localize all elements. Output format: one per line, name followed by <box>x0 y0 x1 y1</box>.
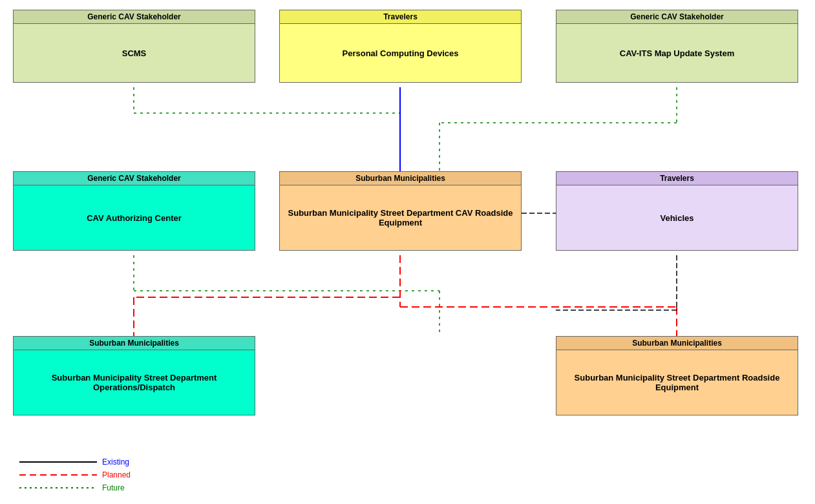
suburban-roadside-node: Suburban Municipalities Suburban Municip… <box>556 336 798 415</box>
vehicles-header: Travelers <box>556 172 798 185</box>
suburban-cav-roadside-node: Suburban Municipalities Suburban Municip… <box>279 171 522 251</box>
personal-computing-node: Travelers Personal Computing Devices <box>279 10 522 83</box>
cav-its-body: CAV-ITS Map Update System <box>556 24 798 82</box>
planned-label: Planned <box>102 470 131 479</box>
vehicles-body: Vehicles <box>556 185 798 250</box>
personal-computing-body: Personal Computing Devices <box>280 24 521 82</box>
future-line-icon <box>19 487 97 488</box>
cav-auth-body: CAV Authorizing Center <box>14 185 255 250</box>
personal-computing-header: Travelers <box>280 10 521 24</box>
suburban-roadside-body: Suburban Municipality Street Department … <box>556 350 798 415</box>
diagram-container: Generic CAV Stakeholder SCMS Travelers P… <box>0 0 815 504</box>
legend-future: Future <box>19 483 131 492</box>
suburban-ops-header: Suburban Municipalities <box>14 337 255 350</box>
existing-line-icon <box>19 461 97 463</box>
legend: Existing Planned Future <box>19 457 131 492</box>
legend-existing: Existing <box>19 457 131 467</box>
future-label: Future <box>102 483 125 492</box>
cav-its-header: Generic CAV Stakeholder <box>556 10 798 24</box>
vehicles-node: Travelers Vehicles <box>556 171 798 251</box>
scms-node: Generic CAV Stakeholder SCMS <box>13 10 255 83</box>
suburban-cav-roadside-header: Suburban Municipalities <box>280 172 521 185</box>
suburban-cav-roadside-body: Suburban Municipality Street Department … <box>280 185 521 250</box>
cav-auth-header: Generic CAV Stakeholder <box>14 172 255 185</box>
existing-label: Existing <box>102 457 129 467</box>
suburban-ops-node: Suburban Municipalities Suburban Municip… <box>13 336 255 415</box>
scms-header: Generic CAV Stakeholder <box>14 10 255 24</box>
cav-auth-node: Generic CAV Stakeholder CAV Authorizing … <box>13 171 255 251</box>
planned-line-icon <box>19 474 97 476</box>
suburban-roadside-header: Suburban Municipalities <box>556 337 798 350</box>
legend-planned: Planned <box>19 470 131 479</box>
scms-body: SCMS <box>14 24 255 82</box>
cav-its-node: Generic CAV Stakeholder CAV-ITS Map Upda… <box>556 10 798 83</box>
suburban-ops-body: Suburban Municipality Street Department … <box>14 350 255 415</box>
